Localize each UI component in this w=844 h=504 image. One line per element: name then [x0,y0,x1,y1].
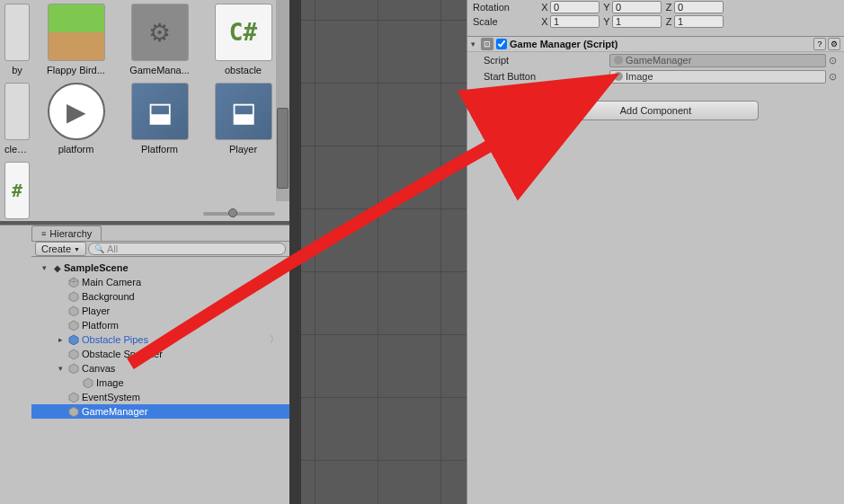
object-icon [614,56,623,65]
start-button-prop-row: Start Button Image ⊙ [467,68,844,84]
create-button[interactable]: Create▼ [35,242,86,256]
expand-icon[interactable]: ▾ [471,40,478,49]
tree-row-main-camera[interactable]: Main Camera [31,275,289,289]
asset-item[interactable]: by [4,4,31,75]
search-icon: 🔍 [94,244,104,253]
search-placeholder: All [107,243,118,254]
scene-view[interactable] [289,0,466,504]
hierarchy-tab-icon: ≡ [41,229,46,238]
scene-row[interactable]: ▾ ◆ SampleScene [31,261,289,275]
tree-row-platform[interactable]: Platform [31,318,289,332]
scene-grid [289,0,466,504]
gameobject-icon [82,377,94,388]
asset-item[interactable]: ▶ platform [38,83,114,155]
chevron-right-icon[interactable]: 〉 [270,333,279,346]
tree-row-obstacle-pipes[interactable]: ▸ Obstacle Pipes 〉 [31,332,289,347]
asset-label: platform [40,144,112,155]
inspector-panel: Rotation X Y Z Scale X Y Z ▾ ⊡ Game Mana… [466,0,844,504]
gameobject-icon [67,277,80,287]
object-picker-button[interactable]: ⊙ [826,55,839,66]
asset-item[interactable]: ⚙ GameMana... [121,4,198,75]
project-scrollbar[interactable] [276,0,289,201]
gameobject-icon [67,363,80,374]
tree-row-canvas[interactable]: ▾ Canvas [31,361,289,376]
csharp-icon: # [4,162,30,219]
expand-icon[interactable]: ▸ [58,335,67,344]
tree-row-obstacle-spawner[interactable]: Obstacle Spawner [31,347,289,361]
scene-scrollbar[interactable] [289,0,301,504]
gameobject-icon [67,320,80,331]
settings-button[interactable]: ⚙ [828,38,840,50]
object-icon [614,72,623,81]
asset-item[interactable]: ⬓ Platform [121,83,198,155]
asset-label: Flappy Bird... [40,65,112,75]
y-label: Y [601,2,612,13]
component-header[interactable]: ▾ ⊡ Game Manager (Script) ? ⚙ [467,36,844,52]
prop-label: Script [484,55,609,66]
asset-item[interactable]: Flappy Bird... [38,4,114,75]
asset-label: cle S... [4,144,30,155]
prefab-icon: ⬓ [215,83,272,140]
script-icon: ⊡ [481,38,493,50]
gameobject-icon [67,305,80,316]
z-label: Z [663,2,674,13]
prefab-icon: ⬓ [131,83,189,140]
image-icon [48,4,105,61]
object-picker-button[interactable]: ⊙ [826,71,839,83]
gameobject-icon [67,392,80,402]
slider-thumb[interactable] [228,208,237,217]
asset-label: obstacle [208,65,280,75]
add-component-button[interactable]: Add Component [554,101,759,120]
x-label: X [539,16,550,27]
asset-grid: by Flappy Bird... ⚙ GameMana... C# obsta… [0,0,289,221]
hierarchy-search[interactable]: 🔍 All [88,243,286,255]
play-icon: ▶ [48,83,105,140]
tree-row-eventsystem[interactable]: EventSystem [31,390,289,404]
component-enable-checkbox[interactable] [496,39,507,49]
tree-row-gamemanager[interactable]: GameManager [31,404,289,419]
hierarchy-toolbar: Create▼ 🔍 All [31,241,289,257]
tree-row-background[interactable]: Background [31,289,289,304]
prop-label: Rotation [473,2,539,13]
help-button[interactable]: ? [813,38,826,50]
unity-icon: ◆ [51,262,64,273]
prop-label: Scale [473,16,539,27]
gear-icon: ⚙ [131,4,189,61]
tree-row-player[interactable]: Player [31,304,289,318]
tree-row-image[interactable]: Image [31,376,289,390]
component-title: Game Manager (Script) [510,39,811,49]
asset-label: by [4,65,30,75]
expand-icon[interactable]: ▾ [58,364,67,373]
scale-z-input[interactable] [674,15,724,28]
asset-label: Player [208,144,280,155]
hierarchy-panel: ≡ Hierarchy Create▼ 🔍 All ▾ ◆ SampleScen… [0,225,289,504]
gameobject-icon [67,291,80,302]
icon-size-slider[interactable] [203,208,284,219]
rotation-z-input[interactable] [674,1,724,13]
dropdown-icon: ▼ [74,246,80,252]
scene-label: SampleScene [64,262,129,273]
x-label: X [539,2,550,13]
scale-x-input[interactable] [550,15,600,28]
asset-item[interactable]: # ner [4,162,31,221]
asset-label: Platform [124,144,196,155]
expand-icon[interactable]: ▾ [42,263,51,272]
y-label: Y [601,16,612,27]
transform-scale-row: Scale X Y Z [467,14,844,29]
z-label: Z [663,16,674,27]
asset-item[interactable]: ⬓ Player [205,83,281,155]
hierarchy-tree: ▾ ◆ SampleScene Main Camera Background P… [31,257,289,504]
asset-item[interactable]: C# obstacle [205,4,281,75]
scrollbar-thumb[interactable] [277,108,289,189]
asset-item[interactable]: cle S... [4,83,31,155]
prop-label: Start Button [484,71,609,82]
script-field: GameManager [609,54,826,67]
gameobject-icon [67,349,80,359]
rotation-x-input[interactable] [550,1,600,13]
hierarchy-tab[interactable]: ≡ Hierarchy [31,225,102,241]
hierarchy-tab-label: Hierarchy [49,228,92,239]
scale-y-input[interactable] [612,15,662,28]
transform-rotation-row: Rotation X Y Z [467,0,844,14]
start-button-field[interactable]: Image [609,70,826,84]
rotation-y-input[interactable] [612,1,662,13]
